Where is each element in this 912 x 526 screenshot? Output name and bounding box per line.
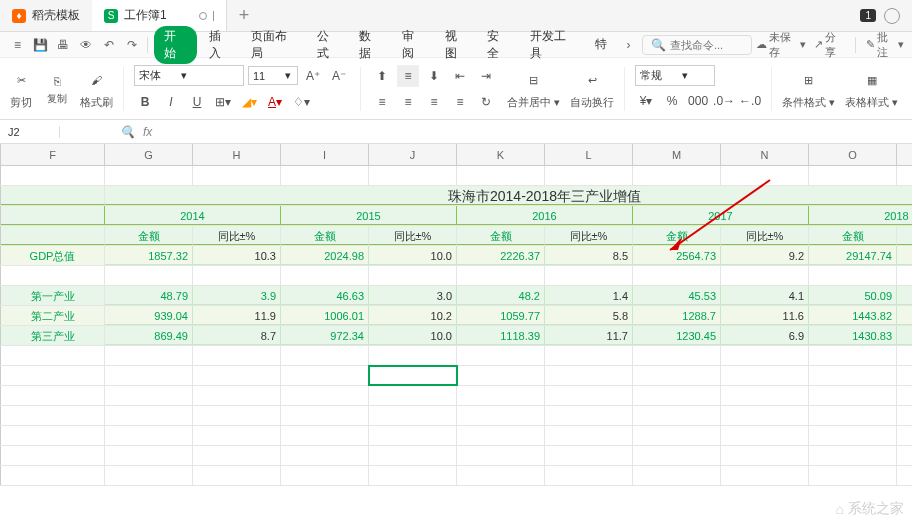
font-increase-icon[interactable]: A⁺ bbox=[302, 65, 324, 87]
data-cell[interactable]: 50.09 bbox=[809, 286, 897, 305]
font-color-button[interactable]: A▾ bbox=[264, 91, 286, 113]
user-icon[interactable] bbox=[884, 8, 900, 24]
data-cell[interactable] bbox=[457, 266, 545, 285]
menu-start[interactable]: 开始 bbox=[154, 26, 197, 64]
data-cell[interactable]: 869.49 bbox=[105, 326, 193, 345]
col-header-F[interactable]: F bbox=[1, 144, 105, 165]
format-painter-group[interactable]: 🖌 格式刷 bbox=[80, 67, 113, 110]
data-cell[interactable]: 2024.98 bbox=[281, 246, 369, 265]
data-cell[interactable]: 939.04 bbox=[105, 306, 193, 325]
col-header-G[interactable]: G bbox=[105, 144, 193, 165]
data-cell[interactable]: 10.0 bbox=[369, 326, 457, 345]
chevron-right-icon[interactable]: › bbox=[619, 35, 638, 55]
bold-button[interactable]: B bbox=[134, 91, 156, 113]
align-right-icon[interactable]: ≡ bbox=[423, 91, 445, 113]
menu-data[interactable]: 数据 bbox=[351, 26, 390, 64]
undo-icon[interactable]: ↶ bbox=[99, 35, 118, 55]
data-cell[interactable] bbox=[545, 266, 633, 285]
data-cell[interactable] bbox=[809, 266, 897, 285]
search-input[interactable] bbox=[670, 39, 740, 51]
data-cell[interactable]: 1059.77 bbox=[457, 306, 545, 325]
redo-icon[interactable]: ↷ bbox=[122, 35, 141, 55]
cut-group[interactable]: ✂ 剪切 bbox=[8, 67, 34, 110]
data-cell[interactable]: 48.79 bbox=[105, 286, 193, 305]
auto-wrap-group[interactable]: ↩ 自动换行 bbox=[570, 67, 614, 110]
data-cell[interactable]: 972.34 bbox=[281, 326, 369, 345]
data-cell[interactable]: 11.6 bbox=[721, 306, 809, 325]
data-cell[interactable] bbox=[721, 266, 809, 285]
data-cell[interactable]: 11.9 bbox=[193, 306, 281, 325]
data-cell[interactable]: 48.2 bbox=[457, 286, 545, 305]
data-cell[interactable]: 3.0 bbox=[369, 286, 457, 305]
italic-button[interactable]: I bbox=[160, 91, 182, 113]
cond-format-group[interactable]: ⊞ 条件格式 ▾ bbox=[782, 67, 835, 110]
data-cell[interactable]: 4.1 bbox=[721, 286, 809, 305]
command-search[interactable]: 🔍 bbox=[642, 35, 752, 55]
share-button[interactable]: ↗分享 bbox=[814, 30, 845, 60]
comma-icon[interactable]: 000 bbox=[687, 90, 709, 112]
data-cell[interactable]: 6.9 bbox=[721, 326, 809, 345]
underline-button[interactable]: U bbox=[186, 91, 208, 113]
menu-formula[interactable]: 公式 bbox=[309, 26, 348, 64]
new-tab-button[interactable]: + bbox=[227, 5, 262, 26]
data-cell[interactable]: 2564.73 bbox=[633, 246, 721, 265]
data-cell[interactable]: 11.7 bbox=[545, 326, 633, 345]
border-button[interactable]: ⊞▾ bbox=[212, 91, 234, 113]
selected-cell[interactable] bbox=[369, 366, 457, 385]
data-cell[interactable]: 10.2 bbox=[369, 306, 457, 325]
col-header-M[interactable]: M bbox=[633, 144, 721, 165]
indent-decrease-icon[interactable]: ⇤ bbox=[449, 65, 471, 87]
decimal-decrease-icon[interactable]: ←.0 bbox=[739, 90, 761, 112]
data-cell[interactable]: 3.5 bbox=[897, 326, 912, 345]
font-name-select[interactable]: 宋体▾ bbox=[134, 65, 244, 86]
menu-more[interactable]: 特 bbox=[587, 34, 615, 55]
data-cell[interactable]: 9.2 bbox=[721, 246, 809, 265]
data-cell[interactable]: 8.7 bbox=[193, 326, 281, 345]
align-bottom-icon[interactable]: ⬇ bbox=[423, 65, 445, 87]
data-cell[interactable] bbox=[105, 266, 193, 285]
col-header-J[interactable]: J bbox=[369, 144, 457, 165]
menu-review[interactable]: 审阅 bbox=[394, 26, 433, 64]
data-cell[interactable]: 2226.37 bbox=[457, 246, 545, 265]
data-cell[interactable]: 1443.82 bbox=[809, 306, 897, 325]
data-grid[interactable]: 珠海市2014-2018年三产业增值20142015201620172018金额… bbox=[0, 166, 912, 486]
align-justify-icon[interactable]: ≡ bbox=[449, 91, 471, 113]
unsaved-status[interactable]: ☁未保存▾ bbox=[756, 30, 806, 60]
data-cell[interactable] bbox=[369, 266, 457, 285]
data-cell[interactable]: 1230.45 bbox=[633, 326, 721, 345]
font-decrease-icon[interactable]: A⁻ bbox=[328, 65, 350, 87]
formula-input-area[interactable]: 🔍 fx bbox=[60, 125, 192, 139]
align-top-icon[interactable]: ⬆ bbox=[371, 65, 393, 87]
data-cell[interactable]: 12.6 bbox=[897, 306, 912, 325]
cell-reference-box[interactable]: J2 bbox=[0, 126, 60, 138]
data-cell[interactable] bbox=[897, 266, 912, 285]
data-cell[interactable] bbox=[281, 266, 369, 285]
table-style-group[interactable]: ▦ 表格样式 ▾ bbox=[845, 67, 898, 110]
menu-dev-tools[interactable]: 开发工具 bbox=[522, 26, 583, 64]
number-format-select[interactable]: 常规▾ bbox=[635, 65, 715, 86]
menu-page-layout[interactable]: 页面布局 bbox=[243, 26, 304, 64]
data-cell[interactable]: 29147.74 bbox=[809, 246, 897, 265]
fill-color-button[interactable]: ◢▾ bbox=[238, 91, 260, 113]
data-cell[interactable]: 1006.01 bbox=[281, 306, 369, 325]
data-cell[interactable]: 8.5 bbox=[545, 246, 633, 265]
align-center-icon[interactable]: ≡ bbox=[397, 91, 419, 113]
col-header-L[interactable]: L bbox=[545, 144, 633, 165]
data-cell[interactable] bbox=[193, 266, 281, 285]
percent-icon[interactable]: % bbox=[661, 90, 683, 112]
col-header-H[interactable]: H bbox=[193, 144, 281, 165]
col-header-P[interactable]: P bbox=[897, 144, 912, 165]
font-size-select[interactable]: 11▾ bbox=[248, 66, 298, 85]
tab-templates[interactable]: ♦ 稻壳模板 bbox=[0, 0, 92, 31]
data-cell[interactable]: 0.3 bbox=[897, 286, 912, 305]
rotate-text-icon[interactable]: ↻ bbox=[475, 91, 497, 113]
data-cell[interactable]: 1.4 bbox=[545, 286, 633, 305]
col-header-I[interactable]: I bbox=[281, 144, 369, 165]
save-icon[interactable]: 💾 bbox=[31, 35, 50, 55]
currency-icon[interactable]: ¥▾ bbox=[635, 90, 657, 112]
copy-group[interactable]: ⎘ 复制 bbox=[44, 72, 70, 106]
data-cell[interactable]: 10.3 bbox=[193, 246, 281, 265]
menu-icon[interactable]: ≡ bbox=[8, 35, 27, 55]
data-cell[interactable]: 5.8 bbox=[545, 306, 633, 325]
menu-view[interactable]: 视图 bbox=[437, 26, 476, 64]
